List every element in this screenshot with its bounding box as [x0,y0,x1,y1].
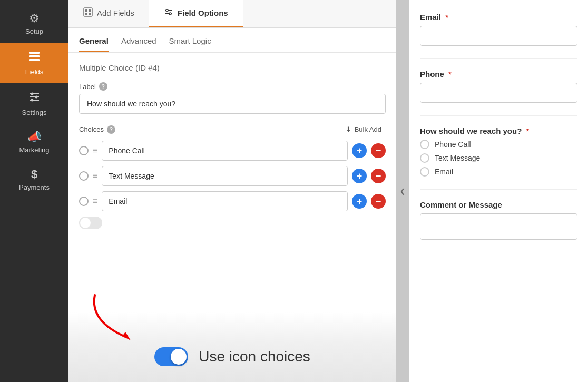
choice-radio [79,197,89,206]
fields-icon [28,50,41,65]
sidebar-item-marketing[interactable]: 📣 Marketing [0,124,68,161]
svg-point-6 [31,93,34,95]
choice-row: ≡ + − [79,141,386,161]
annotation-arrow [84,290,158,353]
toggle-label: Use icon choices [199,348,310,365]
preview-email-label: Email * [420,13,577,22]
choice-input[interactable] [102,166,348,186]
choice-radio [79,171,89,181]
svg-marker-18 [122,332,131,340]
field-title: Multiple Choice (ID #4) [79,63,386,73]
svg-point-7 [35,96,38,99]
radio-circle [420,140,429,149]
drag-handle-icon[interactable]: ≡ [93,146,97,155]
tab-general[interactable]: General [79,36,109,52]
preview-radio-group: Phone Call Text Message Email [420,140,577,177]
radio-label: Text Message [435,154,480,162]
sidebar: ⚙ Setup Fields Settings 📣 Market [0,0,68,382]
label-field-label: Label ? [79,82,386,91]
use-icon-choices-toggle[interactable] [154,347,188,366]
sidebar-item-label: Payments [19,183,50,191]
svg-rect-9 [84,8,92,16]
preview-comment-label: Comment or Message [420,200,577,209]
choice-remove-button[interactable]: − [371,169,386,183]
phone-required-marker: * [448,70,452,79]
toggle-overlay: Use icon choices [68,282,396,382]
top-tabs: Add Fields Field Options [68,0,396,28]
svg-rect-2 [29,59,40,61]
radio-circle [420,167,429,177]
main-content: Add Fields Field Options General Advance… [68,0,396,382]
choices-help-icon[interactable]: ? [107,125,115,134]
partial-toggle [79,217,386,229]
preview-phone-label: Phone * [420,70,577,79]
divider [420,115,577,116]
choice-radio [79,146,89,155]
bulk-add-icon: ⬇ [346,125,351,133]
sidebar-item-label: Setup [25,27,43,35]
sidebar-item-payments[interactable]: $ Payments [0,161,68,199]
collapse-handle[interactable]: ❮ [396,0,409,382]
radio-circle [420,153,429,163]
sidebar-item-settings[interactable]: Settings [0,83,68,124]
preview-email-field: Email * [420,13,577,46]
sub-tabs: General Advanced Smart Logic [68,28,396,53]
divider [420,189,577,190]
preview-reach-field: How should we reach you? * Phone Call Te… [420,126,577,177]
tab-advanced[interactable]: Advanced [121,36,156,52]
sidebar-item-setup[interactable]: ⚙ Setup [0,5,68,43]
svg-rect-1 [29,55,40,57]
choice-input[interactable] [102,191,348,211]
choices-section: Choices ? ⬇ Bulk Add ≡ + − ≡ [79,123,386,229]
toggle-knob [171,349,187,365]
preview-email-input[interactable] [420,26,577,46]
bulk-add-button[interactable]: ⬇ Bulk Add [341,123,386,135]
tab-field-options[interactable]: Field Options [149,0,243,27]
svg-rect-13 [89,13,91,15]
list-item[interactable]: Phone Call [420,140,577,149]
payments-icon: $ [31,169,37,180]
label-input[interactable] [79,94,386,114]
list-item[interactable]: Email [420,167,577,177]
svg-point-17 [169,13,171,15]
choice-add-button[interactable]: + [352,143,367,158]
choices-label: Choices ? [79,125,115,134]
choices-header: Choices ? ⬇ Bulk Add [79,123,386,135]
label-help-icon[interactable]: ? [99,82,107,91]
marketing-icon: 📣 [27,131,42,143]
settings-icon [28,91,41,105]
radio-label: Email [435,168,453,176]
chevron-left-icon: ❮ [400,188,405,195]
drag-handle-icon[interactable]: ≡ [93,197,97,206]
svg-point-16 [166,9,168,12]
choice-remove-button[interactable]: − [371,143,386,158]
preview-comment-input[interactable] [420,213,577,240]
choice-row: ≡ + − [79,191,386,211]
preview-phone-input[interactable] [420,83,577,103]
choice-remove-button[interactable]: − [371,194,386,209]
sidebar-item-label: Settings [22,109,47,116]
preview-reach-label: How should we reach you? * [420,126,577,135]
list-item[interactable]: Text Message [420,153,577,163]
drag-handle-icon[interactable]: ≡ [93,171,97,181]
sidebar-item-label: Fields [25,68,44,76]
email-required-marker: * [445,13,448,22]
add-fields-icon [83,7,93,18]
preview-phone-field: Phone * [420,70,577,103]
choice-row: ≡ + − [79,166,386,186]
toggle-area: Use icon choices [154,347,310,366]
svg-point-8 [31,99,34,102]
tab-smart-logic[interactable]: Smart Logic [169,36,211,52]
choice-add-button[interactable]: + [352,169,367,183]
preview-panel: Email * Phone * How should we reach you?… [409,0,588,382]
choice-add-button[interactable]: + [352,194,367,209]
sidebar-item-fields[interactable]: Fields [0,43,68,83]
choice-input[interactable] [102,141,348,161]
svg-rect-10 [85,9,87,12]
divider [420,58,577,59]
add-fields-label: Add Fields [97,8,134,17]
field-options-panel: Multiple Choice (ID #4) Label ? Choices … [68,53,396,382]
reach-required-marker: * [526,126,530,135]
tab-add-fields[interactable]: Add Fields [68,0,149,27]
svg-rect-11 [89,9,91,12]
